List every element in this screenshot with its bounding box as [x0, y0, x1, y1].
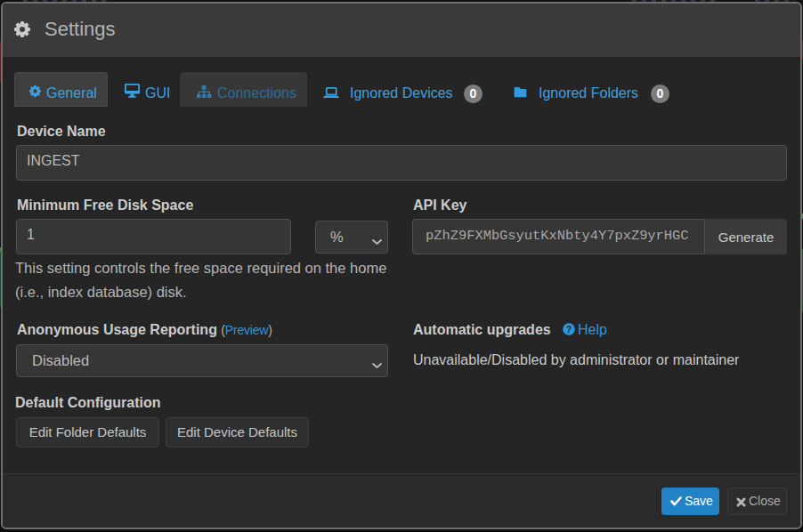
svg-text:?: ?: [566, 325, 572, 335]
